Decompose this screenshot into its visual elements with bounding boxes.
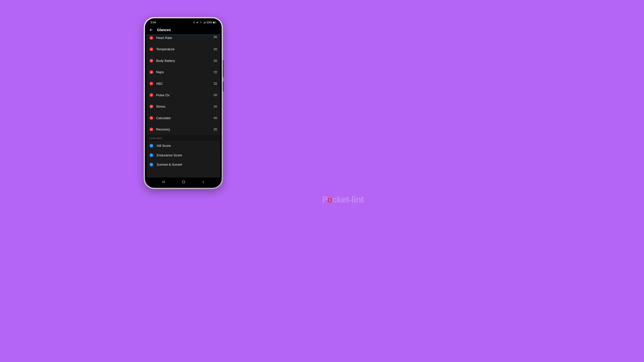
remove-glance-button[interactable] (149, 47, 153, 51)
drag-handle[interactable] (214, 71, 217, 73)
glance-label: Stress (156, 105, 211, 108)
glance-label: Temperature (156, 47, 211, 51)
glance-row-active[interactable]: Temperature (146, 43, 220, 55)
glance-row-available[interactable]: Endurance Score (146, 150, 220, 160)
svg-rect-7 (182, 181, 185, 183)
glance-label: Body Battery (156, 59, 211, 63)
glance-label: Recovery (156, 127, 211, 131)
drag-handle[interactable] (214, 106, 217, 107)
app-bar: Glances (146, 25, 220, 35)
glance-row-active[interactable]: Stress (146, 101, 220, 112)
drag-handle[interactable] (214, 36, 217, 38)
watermark-prefix: P (322, 195, 328, 205)
phone-bezel: 3:04 53% Glances Heart RateTemperatureBo… (145, 18, 222, 188)
glance-label: Heart Rate (156, 36, 211, 40)
svg-rect-6 (213, 22, 215, 23)
alarm-icon (193, 21, 195, 24)
glance-row-available[interactable]: Hill Score (146, 141, 220, 151)
glance-row-active[interactable]: Naps (146, 66, 220, 78)
glance-label: Endurance Score (156, 153, 217, 157)
svg-point-3 (201, 23, 201, 23)
phone-frame: 3:04 53% Glances Heart RateTemperatureBo… (144, 17, 223, 189)
glance-row-active[interactable]: ABC (146, 78, 220, 89)
remove-glance-button[interactable] (149, 59, 153, 63)
drag-handle[interactable] (214, 117, 217, 119)
section-available: AVAILABLE (146, 135, 220, 141)
status-right: 53% (193, 21, 216, 24)
nav-recents-button[interactable] (162, 180, 166, 184)
watermark-accent: o (328, 195, 333, 205)
glance-row-active[interactable]: Calculator (146, 112, 220, 124)
remove-glance-button[interactable] (149, 116, 153, 120)
drag-handle[interactable] (214, 83, 217, 84)
glance-label: Sunrise & Sunset (156, 163, 217, 166)
back-button[interactable] (149, 28, 153, 32)
glance-row-active[interactable]: Pulse Ox (146, 89, 220, 101)
glance-row-available[interactable]: Sunrise & Sunset (146, 160, 220, 169)
add-glance-button[interactable] (149, 144, 153, 148)
drag-handle[interactable] (214, 94, 217, 96)
drag-handle[interactable] (214, 60, 217, 62)
status-left: 3:04 (150, 21, 158, 24)
status-time: 3:04 (150, 21, 156, 24)
watermark-suffix: cket-lint (332, 195, 364, 205)
glance-row-active[interactable]: Body Battery (146, 55, 220, 67)
remove-glance-button[interactable] (149, 36, 153, 40)
battery-icon (213, 21, 216, 23)
glance-label: Naps (156, 70, 211, 74)
drag-handle[interactable] (214, 128, 217, 130)
glance-label: Calculator (156, 116, 211, 120)
glance-label: ABC (156, 82, 211, 85)
drag-handle[interactable] (214, 48, 217, 50)
add-glance-button[interactable] (149, 163, 153, 166)
watermark: P o cket-lint (322, 195, 364, 205)
remove-glance-button[interactable] (149, 93, 153, 97)
signal-icon (203, 21, 206, 24)
add-glance-button[interactable] (149, 153, 153, 157)
remove-glance-button[interactable] (149, 105, 153, 108)
nav-back-button[interactable] (202, 180, 205, 184)
phone-screen: 3:04 53% Glances Heart RateTemperatureBo… (146, 20, 220, 187)
nav-home-button[interactable] (182, 180, 185, 184)
glance-label: Hill Score (156, 144, 217, 148)
battery-text: 53% (207, 21, 212, 24)
glance-label: Pulse Ox (156, 93, 211, 97)
remove-glance-button[interactable] (149, 82, 153, 85)
mute-icon (196, 21, 199, 24)
glances-list[interactable]: Heart RateTemperatureBody BatteryNapsABC… (146, 35, 220, 177)
page-title: Glances (157, 28, 171, 32)
status-bar: 3:04 53% (146, 20, 220, 25)
glance-row-active[interactable]: Heart Rate (146, 35, 220, 43)
remove-glance-button[interactable] (149, 127, 153, 131)
remove-glance-button[interactable] (149, 70, 153, 74)
wifi-icon (200, 21, 202, 24)
android-nav-bar (146, 177, 220, 186)
glance-row-active[interactable]: Recovery (146, 124, 220, 135)
svg-rect-5 (216, 22, 216, 23)
